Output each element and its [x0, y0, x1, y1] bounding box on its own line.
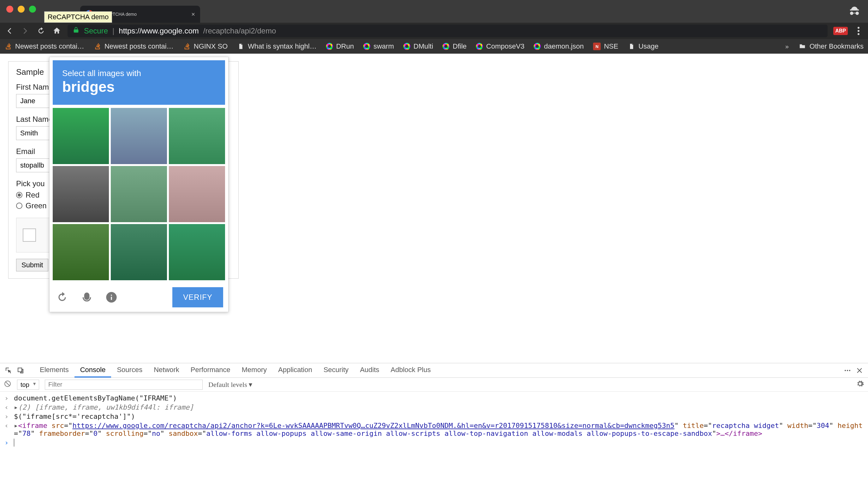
console-line: ▸<iframe src="https://www.google.com/rec…	[14, 422, 864, 438]
tab-close-icon[interactable]: ×	[191, 11, 195, 18]
bookmark-label: NGINX SO	[194, 42, 228, 51]
devtools-tab[interactable]: Adblock Plus	[385, 363, 436, 378]
svg-point-0	[858, 27, 860, 29]
bookmark-label: Newest posts contai…	[15, 42, 84, 51]
devtools-console-output[interactable]: ›document.getElementsByTagName("IFRAME")…	[0, 392, 868, 486]
stackoverflow-icon	[4, 42, 12, 50]
abp-extension-icon[interactable]: ABP	[833, 27, 848, 35]
bookmark-label: What is syntax highl…	[248, 42, 317, 51]
devtools-tab[interactable]: Network	[148, 363, 185, 378]
devtools-tab[interactable]: Security	[318, 363, 354, 378]
recaptcha-instruction: Select all images with	[62, 68, 216, 78]
svg-point-4	[847, 370, 848, 371]
page-content: Sample First Name Last Name Email Pick y…	[0, 54, 868, 363]
recaptcha-tile[interactable]	[53, 108, 109, 164]
console-filter-input[interactable]	[45, 380, 203, 390]
traffic-lights	[0, 6, 42, 25]
inspect-element-icon[interactable]	[3, 365, 14, 376]
stackoverflow-icon	[94, 42, 101, 50]
bookmarks-bar: Newest posts contai…Newest posts contai……	[0, 39, 868, 54]
devtools-tab[interactable]: Elements	[34, 363, 74, 378]
radio-green-label: Green	[26, 201, 47, 210]
bookmark-item[interactable]: DMulti	[403, 42, 433, 51]
devtools-menu-icon[interactable]	[842, 365, 853, 376]
bookmark-item[interactable]: swarm	[363, 42, 394, 51]
devtools-tab[interactable]: Memory	[236, 363, 272, 378]
bookmark-item[interactable]: Usage	[628, 42, 659, 51]
window-close-icon[interactable]	[6, 6, 13, 12]
lock-icon	[72, 27, 80, 35]
recaptcha-tile[interactable]	[169, 224, 225, 280]
device-toolbar-icon[interactable]	[15, 365, 26, 376]
reload-button[interactable]	[36, 26, 46, 36]
devtools-tab[interactable]: Application	[272, 363, 318, 378]
window-minimize-icon[interactable]	[18, 6, 25, 12]
bookmark-item[interactable]: Dfile	[442, 42, 466, 51]
address-bar[interactable]: Secure | https://www.google.com/recaptch…	[67, 25, 828, 37]
bookmarks-overflow-icon[interactable]: »	[785, 43, 789, 50]
bookmark-label: daemon.json	[544, 42, 584, 51]
submit-button[interactable]: Submit	[16, 259, 48, 271]
rainbow-favicon-icon	[476, 43, 483, 50]
devtools-tab[interactable]: Sources	[111, 363, 148, 378]
rainbow-favicon-icon	[442, 43, 450, 50]
devtools-console-toolbar: top Default levels ▾	[0, 378, 868, 392]
bookmark-label: Newest posts contai…	[104, 42, 174, 51]
console-levels-dropdown[interactable]: Default levels ▾	[208, 381, 252, 389]
console-settings-icon[interactable]	[856, 380, 864, 390]
devtools-close-icon[interactable]	[854, 365, 865, 376]
recaptcha-challenge-header: Select all images with bridges	[53, 60, 225, 105]
svg-point-2	[858, 33, 860, 35]
bookmark-label: ComposeV3	[486, 42, 524, 51]
recaptcha-tile[interactable]	[111, 166, 167, 222]
other-bookmarks-button[interactable]: Other Bookmarks	[798, 42, 864, 51]
recaptcha-reload-icon[interactable]	[55, 290, 70, 305]
console-context-select[interactable]: top	[17, 380, 39, 390]
home-button[interactable]	[52, 26, 62, 36]
rainbow-favicon-icon	[403, 43, 410, 50]
document-icon	[628, 42, 636, 50]
tab-tooltip: ReCAPTCHA demo	[44, 11, 112, 23]
bookmark-label: DMulti	[413, 42, 433, 51]
recaptcha-verify-button[interactable]: VERIFY	[172, 287, 223, 307]
recaptcha-checkbox-icon[interactable]	[23, 228, 36, 242]
console-line: ▸(2) [iframe, iframe, uw1kb9dif44l: ifra…	[14, 403, 194, 411]
recaptcha-tile[interactable]	[169, 166, 225, 222]
devtools-tabbar: ElementsConsoleSourcesNetworkPerformance…	[0, 363, 868, 378]
back-button[interactable]	[4, 26, 14, 36]
radio-dot-icon	[16, 203, 23, 209]
recaptcha-tile[interactable]	[53, 166, 109, 222]
recaptcha-tile[interactable]	[53, 224, 109, 280]
bookmark-label: Dfile	[453, 42, 466, 51]
window-zoom-icon[interactable]	[29, 6, 36, 12]
recaptcha-audio-icon[interactable]	[79, 290, 94, 305]
browser-menu-button[interactable]	[854, 26, 864, 36]
rainbow-favicon-icon	[534, 43, 541, 50]
bookmark-item[interactable]: Newest posts contai…	[94, 42, 174, 51]
console-clear-icon[interactable]	[4, 380, 11, 389]
recaptcha-footer: VERIFY	[53, 287, 225, 307]
recaptcha-info-icon[interactable]	[104, 290, 119, 305]
recaptcha-image-grid	[53, 108, 225, 280]
window-chrome: ReCAPTCHA demo ReCAPTCHA demo ×	[0, 0, 868, 23]
devtools-tab[interactable]: Console	[74, 363, 112, 378]
bookmark-item[interactable]: NGINX SO	[183, 42, 228, 51]
recaptcha-challenge: Select all images with bridges VERIFY	[49, 57, 228, 312]
svg-point-5	[849, 370, 850, 371]
bookmark-label: NSE	[604, 42, 618, 51]
bookmark-item[interactable]: ComposeV3	[476, 42, 524, 51]
recaptcha-tile[interactable]	[169, 108, 225, 164]
recaptcha-tile[interactable]	[111, 108, 167, 164]
devtools-tab[interactable]: Audits	[354, 363, 385, 378]
devtools-tab[interactable]: Performance	[185, 363, 236, 378]
bookmark-item[interactable]: daemon.json	[534, 42, 584, 51]
bookmark-item[interactable]: DRun	[326, 42, 354, 51]
bookmark-item[interactable]: NNSE	[593, 42, 618, 51]
bookmark-item[interactable]: What is syntax highl…	[237, 42, 317, 51]
console-input[interactable]	[14, 439, 14, 447]
bookmark-item[interactable]: Newest posts contai…	[4, 42, 84, 51]
recaptcha-tile[interactable]	[111, 224, 167, 280]
document-icon	[237, 42, 245, 50]
nse-icon: N	[593, 42, 601, 50]
radio-red-label: Red	[26, 191, 39, 199]
